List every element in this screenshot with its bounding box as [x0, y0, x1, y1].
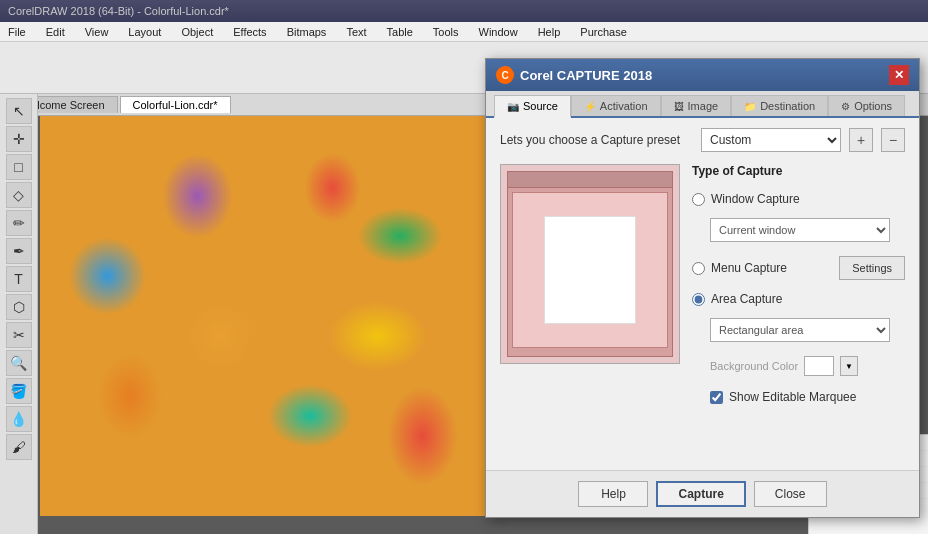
menu-file[interactable]: File [4, 26, 30, 38]
area-capture-label: Area Capture [711, 292, 782, 306]
background-color-dropdown-arrow[interactable]: ▼ [840, 356, 858, 376]
left-toolbar: ↖ ✛ □ ◇ ✏ ✒ T ⬡ ✂ 🔍 🪣 💧 🖌 [0, 94, 38, 534]
menu-bar: File Edit View Layout Object Effects Bit… [0, 22, 928, 42]
menu-bitmaps[interactable]: Bitmaps [283, 26, 331, 38]
menu-text[interactable]: Text [342, 26, 370, 38]
dialog-title-left: C Corel CAPTURE 2018 [496, 66, 652, 84]
window-capture-radio[interactable] [692, 193, 705, 206]
menu-layout[interactable]: Layout [124, 26, 165, 38]
options-pane: Type of Capture Window Capture Current w… [692, 164, 905, 456]
preview-canvas-sim [512, 192, 668, 348]
tool-pen[interactable]: ✒ [6, 238, 32, 264]
image-tab-icon: 🖼 [674, 101, 684, 112]
dialog-tab-source[interactable]: 📷 Source [494, 95, 571, 118]
dialog-tab-destination[interactable]: 📁 Destination [731, 95, 828, 116]
window-capture-row: Window Capture [692, 192, 905, 206]
destination-tab-icon: 📁 [744, 101, 756, 112]
menu-capture-radio[interactable] [692, 262, 705, 275]
close-button[interactable]: Close [754, 481, 827, 507]
dialog-tab-bar: 📷 Source ⚡ Activation 🖼 Image 📁 Destinat… [486, 91, 919, 118]
dialog-title-bar: C Corel CAPTURE 2018 ✕ [486, 59, 919, 91]
tool-shape[interactable]: ⬡ [6, 294, 32, 320]
preset-row: Lets you choose a Capture preset Custom … [500, 128, 905, 152]
title-bar: CorelDRAW 2018 (64-Bit) - Colorful-Lion.… [0, 0, 928, 22]
menu-edit[interactable]: Edit [42, 26, 69, 38]
source-tab-icon: 📷 [507, 101, 519, 112]
menu-purchase[interactable]: Purchase [576, 26, 630, 38]
tool-eyedropper[interactable]: 💧 [6, 406, 32, 432]
menu-help[interactable]: Help [534, 26, 565, 38]
show-editable-marquee-checkbox[interactable] [710, 391, 723, 404]
type-of-capture-title: Type of Capture [692, 164, 905, 178]
tool-rect[interactable]: □ [6, 154, 32, 180]
preview-inner [501, 165, 679, 363]
tool-pencil[interactable]: ✏ [6, 210, 32, 236]
dialog-title-text: Corel CAPTURE 2018 [520, 68, 652, 83]
menu-object[interactable]: Object [177, 26, 217, 38]
menu-table[interactable]: Table [383, 26, 417, 38]
lion-artwork [40, 116, 490, 516]
area-capture-radio[interactable] [692, 293, 705, 306]
app-title: CorelDRAW 2018 (64-Bit) - Colorful-Lion.… [8, 5, 229, 17]
menu-tools[interactable]: Tools [429, 26, 463, 38]
dialog-footer: Help Capture Close [486, 470, 919, 517]
background-color-swatch[interactable] [804, 356, 834, 376]
content-layout: Type of Capture Window Capture Current w… [500, 164, 905, 456]
menu-window[interactable]: Window [475, 26, 522, 38]
dialog-body: Lets you choose a Capture preset Custom … [486, 118, 919, 470]
canvas-area[interactable] [40, 116, 490, 516]
show-editable-marquee-label: Show Editable Marquee [729, 390, 856, 404]
tool-cross[interactable]: ✛ [6, 126, 32, 152]
menu-view[interactable]: View [81, 26, 113, 38]
menu-capture-label: Menu Capture [711, 261, 833, 275]
rectangular-area-dropdown-row: Rectangular area Freehand area Elliptica… [710, 318, 905, 342]
dialog-tab-options[interactable]: ⚙ Options [828, 95, 905, 116]
current-window-select[interactable]: Current window Active window All windows [710, 218, 890, 242]
tool-zoom[interactable]: 🔍 [6, 350, 32, 376]
preview-toolbar-sim [508, 172, 672, 188]
dialog-tab-activation[interactable]: ⚡ Activation [571, 95, 661, 116]
area-capture-row: Area Capture [692, 292, 905, 306]
capture-dialog: C Corel CAPTURE 2018 ✕ 📷 Source ⚡ Activa… [485, 58, 920, 518]
current-window-dropdown-row: Current window Active window All windows [710, 218, 905, 242]
settings-button[interactable]: Settings [839, 256, 905, 280]
show-editable-marquee-row: Show Editable Marquee [710, 390, 905, 404]
preview-white-rect [544, 216, 636, 324]
preset-remove-button[interactable]: − [881, 128, 905, 152]
capture-button[interactable]: Capture [656, 481, 745, 507]
preview-corel-sim [507, 171, 673, 357]
preset-add-button[interactable]: + [849, 128, 873, 152]
tool-diamond[interactable]: ◇ [6, 182, 32, 208]
preview-pane [500, 164, 680, 364]
preset-select[interactable]: Custom Full Screen Window Region [701, 128, 841, 152]
tool-scissors[interactable]: ✂ [6, 322, 32, 348]
tab-file[interactable]: Colorful-Lion.cdr* [120, 96, 231, 113]
help-button[interactable]: Help [578, 481, 648, 507]
tool-fill[interactable]: 🪣 [6, 378, 32, 404]
dialog-tab-image[interactable]: 🖼 Image [661, 95, 732, 116]
corel-capture-icon: C [496, 66, 514, 84]
rectangular-area-select[interactable]: Rectangular area Freehand area Elliptica… [710, 318, 890, 342]
preset-label: Lets you choose a Capture preset [500, 133, 693, 147]
activation-tab-icon: ⚡ [584, 101, 596, 112]
tool-text[interactable]: T [6, 266, 32, 292]
background-color-row: Background Color ▼ [710, 356, 905, 376]
menu-effects[interactable]: Effects [229, 26, 270, 38]
tool-select[interactable]: ↖ [6, 98, 32, 124]
background-color-label: Background Color [710, 360, 798, 372]
menu-capture-row: Menu Capture Settings [692, 256, 905, 280]
options-tab-icon: ⚙ [841, 101, 850, 112]
window-capture-label: Window Capture [711, 192, 800, 206]
tool-brush[interactable]: 🖌 [6, 434, 32, 460]
dialog-close-button[interactable]: ✕ [889, 65, 909, 85]
